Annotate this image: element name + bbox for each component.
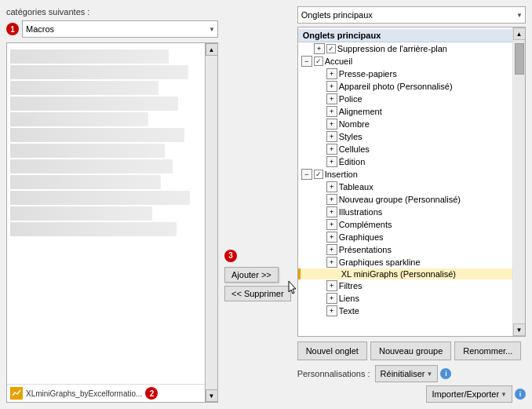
expand-sparkline[interactable]: + bbox=[326, 257, 337, 268]
bottom-buttons-row: Nouvel onglet Nouveau groupe Renommer... bbox=[297, 341, 526, 360]
label-edition: Édition bbox=[339, 157, 366, 166]
expand-insertion[interactable]: − bbox=[301, 169, 312, 180]
tree-scroll-track[interactable] bbox=[514, 40, 525, 323]
tabs-dropdown[interactable]: Onglets principaux bbox=[297, 6, 526, 24]
expand-edition[interactable]: + bbox=[326, 156, 337, 167]
tree-section-label: Onglets principaux bbox=[298, 29, 512, 42]
label-tableaux: Tableaux bbox=[339, 182, 373, 192]
expand-nombre[interactable]: + bbox=[326, 119, 337, 130]
list-item bbox=[10, 112, 148, 126]
list-item bbox=[10, 144, 165, 158]
scroll-down[interactable]: ▼ bbox=[206, 389, 218, 402]
list-item bbox=[10, 191, 190, 205]
expand-styles[interactable]: + bbox=[326, 131, 337, 142]
label-sparkline: Graphiques sparkline bbox=[339, 257, 421, 267]
tree-item-styles[interactable]: + Styles bbox=[298, 130, 512, 143]
tree-item-presse[interactable]: + Presse-papiers bbox=[298, 68, 512, 80]
expand-presentations[interactable]: + bbox=[326, 244, 337, 255]
expand-nouveau-groupe[interactable]: + bbox=[326, 194, 337, 205]
tree-item-presentations[interactable]: + Présentations bbox=[298, 243, 512, 256]
checkbox-suppression[interactable] bbox=[326, 44, 336, 53]
macros-dropdown[interactable]: Macros bbox=[22, 20, 218, 38]
remove-button[interactable]: << Supprimer bbox=[224, 286, 291, 301]
tree-item-nombre[interactable]: + Nombre bbox=[298, 118, 512, 130]
tree-item-filtres[interactable]: + Filtres bbox=[298, 279, 512, 292]
scroll-track[interactable] bbox=[206, 56, 217, 389]
label-illustrations: Illustrations bbox=[339, 207, 383, 217]
tree-scroll-thumb[interactable] bbox=[515, 43, 524, 75]
tree-item-xlminigraphs[interactable]: XL miniGraphs (Personnalisé) bbox=[298, 268, 512, 279]
tree-item-alignement[interactable]: + Alignement bbox=[298, 105, 512, 118]
expand-alignement[interactable]: + bbox=[326, 106, 337, 117]
tree-item-nouveau-groupe[interactable]: + Nouveau groupe (Personnalisé) bbox=[298, 193, 512, 206]
step-badge-3: 3 bbox=[224, 250, 237, 262]
list-item bbox=[10, 175, 161, 189]
tree-item-texte[interactable]: + Texte bbox=[298, 305, 512, 317]
tree-item-suppression[interactable]: + Suppression de l'arrière-plan bbox=[298, 42, 512, 55]
nouvel-onglet-button[interactable]: Nouvel onglet bbox=[297, 341, 367, 360]
tree-item-illustrations[interactable]: + Illustrations bbox=[298, 206, 512, 218]
expand-filtres[interactable]: + bbox=[326, 280, 337, 291]
label-liens: Liens bbox=[339, 294, 359, 303]
expand-appareil[interactable]: + bbox=[326, 81, 337, 92]
label-texte: Texte bbox=[339, 306, 359, 316]
checkbox-insertion[interactable] bbox=[314, 170, 323, 179]
renommer-button[interactable]: Renommer... bbox=[454, 341, 521, 360]
list-item bbox=[10, 81, 159, 95]
reinitialiser-info-icon[interactable]: i bbox=[440, 368, 451, 379]
tree-item-edition[interactable]: + Édition bbox=[298, 155, 512, 168]
expand-texte[interactable]: + bbox=[326, 305, 337, 316]
tree-item-graphiques[interactable]: + Graphiques bbox=[298, 231, 512, 243]
label-accueil: Accueil bbox=[325, 57, 352, 66]
label-alignement: Alignement bbox=[339, 107, 382, 116]
importer-arrow: ▼ bbox=[501, 391, 507, 398]
expand-liens[interactable]: + bbox=[326, 293, 337, 304]
nouveau-groupe-button[interactable]: Nouveau groupe bbox=[370, 341, 451, 360]
expand-accueil[interactable]: − bbox=[301, 56, 312, 67]
tree-item-insertion[interactable]: − Insertion bbox=[298, 168, 512, 181]
list-item bbox=[10, 49, 169, 64]
reinitialiser-button[interactable]: Réinitialiser ▼ bbox=[375, 365, 439, 382]
checkbox-accueil[interactable] bbox=[314, 57, 323, 66]
label-presentations: Présentations bbox=[339, 245, 392, 254]
tree-scrollbar[interactable]: ▲ ▼ bbox=[512, 27, 525, 336]
expand-cellules[interactable]: + bbox=[326, 144, 337, 155]
expand-illustrations[interactable]: + bbox=[326, 206, 337, 217]
step-badge-1: 1 bbox=[6, 23, 19, 35]
importer-button[interactable]: Importer/Exporter ▼ bbox=[426, 385, 512, 403]
expand-police[interactable]: + bbox=[326, 93, 337, 104]
tree-item-complements[interactable]: + Compléments bbox=[298, 218, 512, 231]
tree-item-liens[interactable]: + Liens bbox=[298, 292, 512, 305]
tree-item-police[interactable]: + Police bbox=[298, 93, 512, 105]
tree-item-appareil[interactable]: + Appareil photo (Personnalisé) bbox=[298, 80, 512, 93]
expand-suppression[interactable]: + bbox=[314, 43, 325, 54]
tree-scroll-down[interactable]: ▼ bbox=[513, 323, 526, 336]
list-item bbox=[10, 97, 178, 111]
personnalisations-label: Personnalisations : bbox=[297, 369, 370, 378]
tree-item-sparkline[interactable]: + Graphiques sparkline bbox=[298, 256, 512, 268]
tree-item-accueil[interactable]: − Accueil bbox=[298, 55, 512, 68]
expand-tableaux[interactable]: + bbox=[326, 181, 337, 192]
tree-item-cellules[interactable]: + Cellules bbox=[298, 143, 512, 155]
tree-item-tableaux[interactable]: + Tableaux bbox=[298, 181, 512, 193]
expand-presse[interactable]: + bbox=[326, 68, 337, 79]
macros-list[interactable]: XLminiGraphs_byExcelformatio... 2 bbox=[6, 42, 206, 403]
label-graphiques: Graphiques bbox=[339, 232, 384, 242]
left-scrollbar[interactable]: ▲ ▼ bbox=[206, 42, 218, 403]
label-insertion: Insertion bbox=[325, 170, 358, 179]
expand-complements[interactable]: + bbox=[326, 219, 337, 230]
label-appareil: Appareil photo (Personnalisé) bbox=[339, 82, 453, 91]
tree-box[interactable]: Onglets principaux + Suppression de l'ar… bbox=[298, 27, 512, 336]
scroll-up[interactable]: ▲ bbox=[206, 43, 218, 56]
label-xlminigraphs: XL miniGraphs (Personnalisé) bbox=[341, 269, 456, 279]
left-label: catégories suivantes : bbox=[6, 6, 218, 17]
list-item bbox=[10, 65, 188, 79]
list-item bbox=[10, 206, 152, 221]
expand-graphiques[interactable]: + bbox=[326, 232, 337, 243]
list-item bbox=[10, 159, 173, 173]
label-cellules: Cellules bbox=[339, 144, 370, 154]
add-button[interactable]: Ajouter >> bbox=[224, 267, 279, 283]
xlminigraphs-item[interactable]: XLminiGraphs_byExcelformatio... 2 bbox=[7, 384, 205, 402]
tree-scroll-up[interactable]: ▲ bbox=[513, 27, 526, 40]
importer-info-icon[interactable]: i bbox=[515, 389, 526, 400]
